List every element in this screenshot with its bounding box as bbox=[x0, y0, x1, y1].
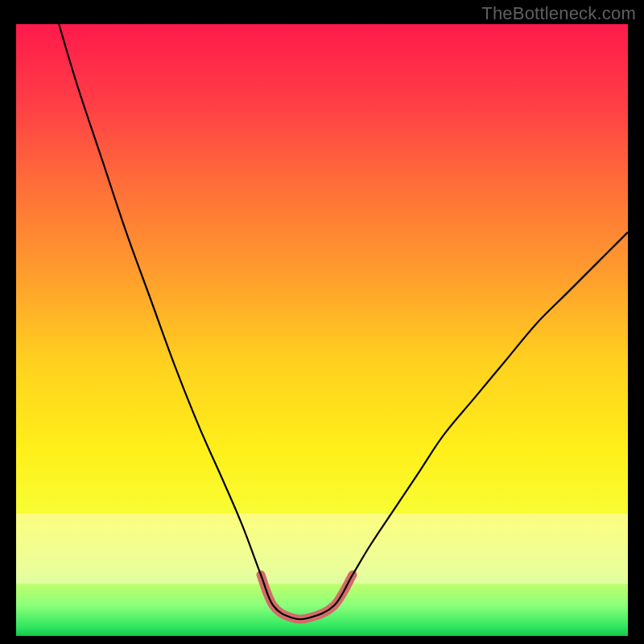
plot-area bbox=[16, 24, 628, 636]
watermark-text: TheBottleneck.com bbox=[481, 3, 636, 24]
chart-frame: TheBottleneck.com bbox=[0, 0, 644, 644]
bottleneck-chart-svg bbox=[16, 24, 628, 636]
pale-band bbox=[16, 514, 628, 584]
